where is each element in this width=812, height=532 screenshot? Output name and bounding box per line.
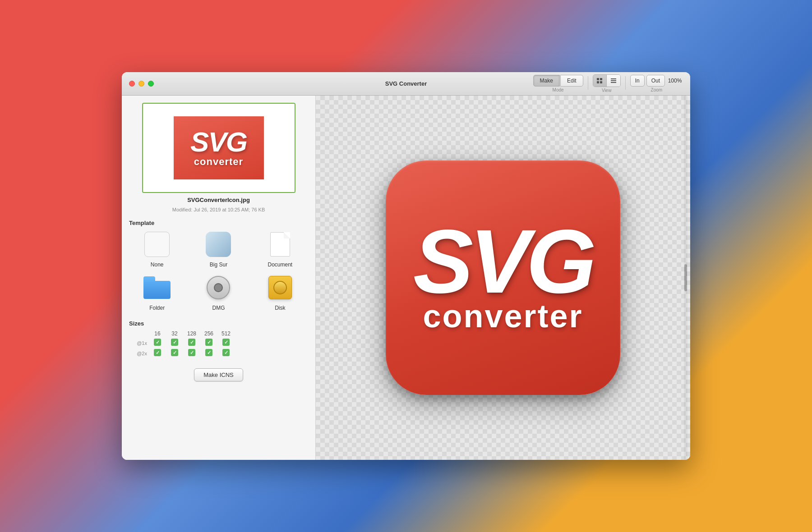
- svg-main-text: SVG: [413, 221, 593, 302]
- col-128: 128: [183, 330, 200, 337]
- right-panel: SVG converter: [316, 96, 690, 460]
- template-dmg-label: DMG: [212, 305, 225, 311]
- app-window: SVG Converter Make Edit Mode: [122, 72, 690, 460]
- template-bigsur[interactable]: Big Sur: [190, 230, 246, 268]
- view-label: View: [602, 88, 612, 93]
- check-2x-16[interactable]: [149, 349, 166, 358]
- template-label: Template: [129, 220, 308, 226]
- template-none[interactable]: None: [129, 230, 185, 268]
- zoom-group: In Out 100% Zoom: [630, 75, 683, 92]
- check-2x-32[interactable]: [166, 349, 183, 358]
- check-1x-16[interactable]: [149, 339, 166, 347]
- bigsur-icon: [204, 230, 233, 259]
- bigsur-icon-shape: [206, 232, 231, 257]
- main-content: SVG converter SVGConverterIcon.jpg Modif…: [122, 96, 690, 460]
- none-icon: [143, 230, 171, 259]
- check-1x-512[interactable]: [217, 339, 235, 347]
- svg-rect-2: [597, 81, 599, 83]
- col-256: 256: [200, 330, 217, 337]
- template-folder-label: Folder: [149, 305, 165, 311]
- mode-label: Mode: [553, 87, 564, 92]
- none-icon-shape: [144, 232, 170, 257]
- col-16: 16: [149, 330, 166, 337]
- row-1x-label: @1x: [129, 340, 149, 346]
- sizes-table: 16 32 128 256 512 @1x: [129, 330, 308, 358]
- disk-icon: [266, 273, 295, 302]
- window-title: SVG Converter: [385, 80, 427, 87]
- maximize-button[interactable]: [148, 81, 154, 87]
- template-section: Template None: [129, 220, 308, 313]
- zoom-out-button[interactable]: Out: [646, 75, 665, 87]
- separator-1: [588, 76, 588, 90]
- minimize-button[interactable]: [138, 81, 144, 87]
- svg-rect-1: [600, 78, 602, 80]
- make-button[interactable]: Make: [533, 75, 560, 87]
- template-document[interactable]: Document: [252, 230, 308, 268]
- sizes-label: Sizes: [129, 320, 308, 327]
- document-icon: [266, 230, 295, 259]
- view-controls: [593, 74, 621, 87]
- template-disk-label: Disk: [275, 305, 285, 311]
- template-document-label: Document: [268, 261, 292, 268]
- scrollbar-track: [684, 96, 687, 460]
- dmg-icon: [204, 273, 233, 302]
- svg-rect-3: [600, 81, 602, 83]
- preview-container: SVG converter SVGConverterIcon.jpg Modif…: [129, 103, 308, 212]
- mode-group: Make Edit Mode: [533, 75, 583, 92]
- traffic-lights: [129, 81, 154, 87]
- preview-meta: Modified: Jul 26, 2019 at 10:25 AM; 76 K…: [172, 207, 265, 212]
- separator-2: [625, 76, 626, 90]
- preview-thumbnail: SVG converter: [142, 103, 295, 193]
- zoom-value: 100%: [667, 78, 683, 84]
- row-1x: @1x: [129, 339, 308, 347]
- check-1x-32[interactable]: [166, 339, 183, 347]
- folder-icon: [143, 273, 171, 302]
- sizes-header: 16 32 128 256 512: [129, 330, 308, 337]
- template-none-label: None: [151, 261, 164, 268]
- template-disk[interactable]: Disk: [252, 273, 308, 311]
- scrollbar-thumb: [684, 264, 687, 291]
- preview-filename: SVGConverterIcon.jpg: [187, 197, 250, 203]
- check-2x-256[interactable]: [200, 349, 217, 358]
- zoom-label: Zoom: [651, 87, 663, 92]
- svg-rect-0: [597, 78, 599, 80]
- view-group: View: [593, 74, 621, 93]
- template-bigsur-label: Big Sur: [210, 261, 227, 268]
- row-2x: @2x: [129, 349, 308, 358]
- zoom-in-button[interactable]: In: [630, 75, 645, 87]
- svg-sub-text: converter: [423, 298, 583, 335]
- list-view-button[interactable]: [607, 75, 620, 87]
- sizes-section: Sizes 16 32 128 256 512 @1x: [129, 320, 308, 359]
- toolbar-right: Make Edit Mode: [533, 74, 683, 93]
- check-1x-256[interactable]: [200, 339, 217, 347]
- edit-button[interactable]: Edit: [560, 75, 583, 87]
- grid-view-button[interactable]: [593, 75, 607, 87]
- col-512: 512: [217, 330, 235, 337]
- zoom-controls: In Out 100%: [630, 75, 683, 87]
- scrollbar[interactable]: [683, 96, 688, 460]
- left-panel: SVG converter SVGConverterIcon.jpg Modif…: [122, 96, 316, 460]
- template-dmg[interactable]: DMG: [190, 273, 246, 311]
- svg-icon-large: SVG converter: [386, 161, 620, 395]
- titlebar: SVG Converter Make Edit Mode: [122, 72, 690, 96]
- template-grid: None Big Sur: [129, 230, 308, 311]
- mode-controls: Make Edit: [533, 75, 583, 87]
- check-1x-128[interactable]: [183, 339, 200, 347]
- check-2x-128[interactable]: [183, 349, 200, 358]
- svg-rect-4: [611, 78, 616, 79]
- close-button[interactable]: [129, 81, 135, 87]
- template-folder[interactable]: Folder: [129, 273, 185, 311]
- col-32: 32: [166, 330, 183, 337]
- make-icns-button[interactable]: Make ICNS: [194, 368, 243, 381]
- svg-rect-6: [611, 82, 616, 83]
- row-2x-label: @2x: [129, 351, 149, 356]
- svg-rect-5: [611, 80, 616, 81]
- check-2x-512[interactable]: [217, 349, 235, 358]
